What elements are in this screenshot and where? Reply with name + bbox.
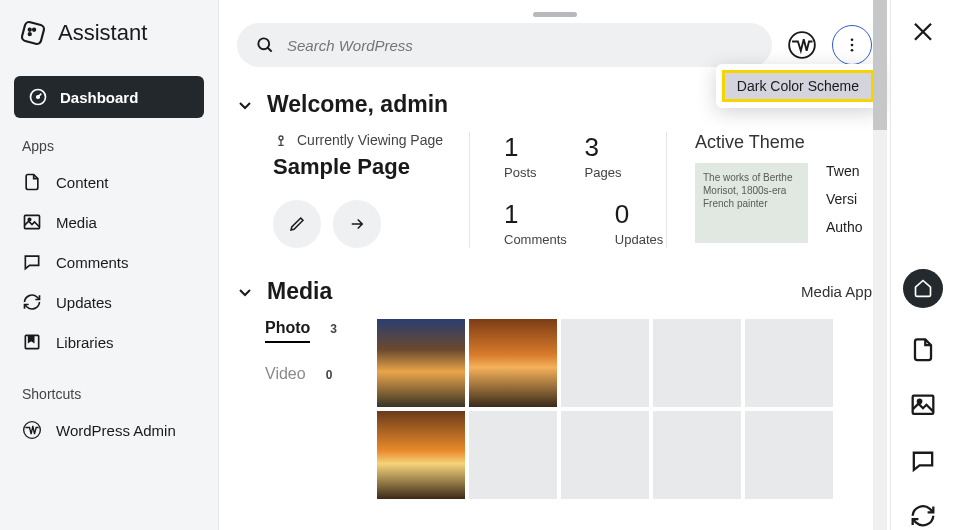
viewing-label: Currently Viewing Page (297, 132, 443, 148)
theme-author-label: Autho (826, 219, 863, 235)
file-icon (22, 172, 42, 192)
brand-title: Assistant (58, 20, 147, 46)
rail-file-icon[interactable] (909, 336, 937, 364)
sidebar-item-label: Content (56, 174, 109, 191)
kebab-icon (843, 36, 861, 54)
rail-home-button[interactable] (903, 269, 943, 308)
svg-point-17 (917, 400, 920, 403)
sidebar-item-wpadmin[interactable]: WordPress Admin (0, 410, 218, 450)
welcome-heading: Welcome, admin (267, 91, 448, 118)
bookmark-box-icon (22, 332, 42, 352)
svg-point-5 (37, 96, 40, 99)
rail-comment-icon[interactable] (909, 447, 937, 475)
stat-posts[interactable]: 1Posts (504, 132, 537, 181)
close-icon[interactable] (909, 18, 937, 46)
svg-point-1 (29, 29, 31, 31)
sidebar-item-label: Libraries (56, 334, 114, 351)
stat-comments[interactable]: 1Comments (504, 199, 567, 248)
arrow-right-icon (348, 215, 366, 233)
stat-pages[interactable]: 3Pages (585, 132, 622, 181)
svg-point-15 (279, 136, 283, 140)
main-panel: Dark Color Scheme Welcome, admin Current… (219, 0, 890, 530)
brand: Assistant (0, 20, 218, 70)
go-page-button[interactable] (333, 200, 381, 248)
wordpress-icon[interactable] (788, 31, 816, 59)
assistant-logo-icon (20, 20, 46, 46)
current-page-name: Sample Page (273, 154, 469, 180)
rail-sync-icon[interactable] (909, 502, 937, 530)
media-app-link[interactable]: Media App (801, 283, 872, 300)
tooltip-text[interactable]: Dark Color Scheme (722, 70, 874, 102)
sidebar-item-comments[interactable]: Comments (0, 242, 218, 282)
sidebar-section-shortcuts: Shortcuts (0, 386, 218, 410)
media-tile-empty[interactable] (745, 319, 833, 407)
pencil-icon (288, 215, 306, 233)
scrollbar[interactable] (873, 0, 887, 530)
image-icon (22, 212, 42, 232)
theme-thumbnail[interactable]: The works of Berthe Morisot, 1800s-era F… (695, 163, 808, 243)
theme-header: Active Theme (695, 132, 872, 153)
scrollbar-thumb[interactable] (873, 0, 887, 130)
sidebar: Assistant Dashboard Apps Content Media C… (0, 0, 219, 530)
sidebar-item-media[interactable]: Media (0, 202, 218, 242)
svg-point-12 (851, 38, 854, 41)
sidebar-item-label: Dashboard (60, 89, 138, 106)
search-icon (255, 35, 275, 55)
media-tile-empty[interactable] (469, 411, 557, 499)
rail-image-icon[interactable] (909, 391, 937, 419)
sidebar-item-label: Media (56, 214, 97, 231)
chevron-down-icon[interactable] (237, 97, 253, 113)
filter-video[interactable]: Video 0 (265, 365, 377, 383)
media-tile[interactable] (469, 319, 557, 407)
sidebar-item-content[interactable]: Content (0, 162, 218, 202)
drag-handle[interactable] (533, 12, 577, 17)
stats-card: 1Posts 3Pages 1Comments 0Updates (470, 132, 666, 248)
sidebar-item-label: Comments (56, 254, 129, 271)
stat-updates[interactable]: 0Updates (615, 199, 663, 248)
sidebar-item-updates[interactable]: Updates (0, 282, 218, 322)
dashboard-row: Currently Viewing Page Sample Page 1Post… (237, 132, 872, 248)
more-menu-button[interactable] (832, 25, 872, 65)
media-tile[interactable] (377, 319, 465, 407)
media-tile[interactable] (377, 411, 465, 499)
svg-rect-0 (21, 21, 45, 45)
sidebar-section-apps: Apps (0, 138, 218, 162)
svg-point-14 (851, 49, 854, 52)
svg-point-2 (33, 29, 35, 31)
sidebar-item-label: WordPress Admin (56, 422, 176, 439)
edit-page-button[interactable] (273, 200, 321, 248)
comment-icon (22, 252, 42, 272)
sync-icon (22, 292, 42, 312)
theme-meta: Twen Versi Autho (826, 163, 863, 243)
topbar (237, 23, 872, 67)
sidebar-item-dashboard[interactable]: Dashboard (14, 76, 204, 118)
svg-point-3 (29, 33, 31, 35)
media-section: Media Media App Photo 3 Video 0 (237, 278, 872, 499)
tooltip-popover: Dark Color Scheme (716, 64, 880, 108)
media-tile-empty[interactable] (561, 411, 649, 499)
chevron-down-icon[interactable] (237, 284, 253, 300)
sidebar-item-libraries[interactable]: Libraries (0, 322, 218, 362)
search-input[interactable] (287, 37, 754, 54)
active-theme-card: Active Theme The works of Berthe Morisot… (667, 132, 872, 248)
search-box[interactable] (237, 23, 772, 67)
media-heading: Media (267, 278, 332, 305)
theme-version-label: Versi (826, 191, 863, 207)
media-tile-empty[interactable] (653, 319, 741, 407)
media-grid (377, 319, 845, 499)
media-filters: Photo 3 Video 0 (237, 319, 377, 499)
wordpress-icon (22, 420, 42, 440)
svg-point-13 (851, 44, 854, 47)
theme-name: Twen (826, 163, 863, 179)
filter-photo[interactable]: Photo 3 (265, 319, 377, 343)
home-icon (913, 278, 933, 298)
current-page-card: Currently Viewing Page Sample Page (237, 132, 469, 248)
right-rail (890, 0, 954, 530)
media-tile-empty[interactable] (561, 319, 649, 407)
media-tile-empty[interactable] (653, 411, 741, 499)
sidebar-item-label: Updates (56, 294, 112, 311)
svg-point-7 (28, 218, 31, 221)
pin-icon (273, 132, 289, 148)
dashboard-icon (28, 87, 48, 107)
media-tile-empty[interactable] (745, 411, 833, 499)
